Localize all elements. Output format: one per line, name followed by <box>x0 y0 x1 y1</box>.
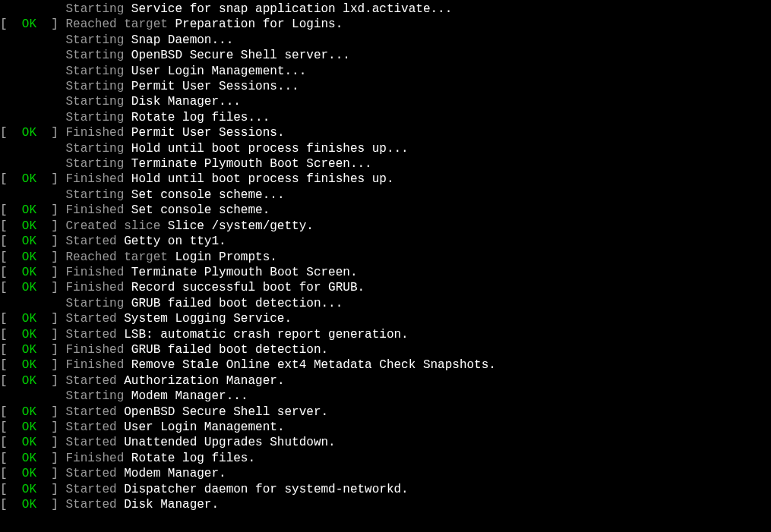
action-subject: Disk Manager <box>124 497 211 512</box>
action-verb: Started <box>65 466 124 481</box>
boot-line: [ OK ] Created slice Slice /system/getty… <box>0 219 771 234</box>
line-suffix: ... <box>219 94 241 109</box>
action-subject: Preparation for Logins <box>175 17 335 32</box>
action-subject: GRUB failed boot detection <box>131 342 321 357</box>
line-suffix: . <box>277 125 285 140</box>
status-prefix: [ OK ] <box>0 234 65 249</box>
action-subject: System Logging Service <box>124 311 284 326</box>
ok-status: OK <box>22 328 36 342</box>
status-prefix: [ OK ] <box>0 342 65 357</box>
action-subject: Permit User Sessions <box>131 79 277 94</box>
line-suffix: . <box>219 234 226 249</box>
status-prefix: [ OK ] <box>0 357 65 373</box>
line-suffix: . <box>270 250 277 265</box>
line-suffix: ... <box>284 64 306 79</box>
line-suffix: . <box>284 311 292 326</box>
action-subject: Terminate Plymouth Boot Screen <box>131 265 350 280</box>
boot-line: Starting Disk Manager... <box>0 94 771 109</box>
action-subject: Remove Stale Online ext4 Metadata Check … <box>131 357 488 373</box>
line-suffix: ... <box>263 187 285 203</box>
line-suffix: ... <box>277 79 299 94</box>
action-verb: Started <box>65 327 124 342</box>
status-prefix: [ OK ] <box>0 466 65 481</box>
line-suffix: . <box>488 357 496 373</box>
action-verb: Started <box>65 405 124 420</box>
boot-line: [ OK ] Started System Logging Service. <box>0 311 771 326</box>
status-prefix: [ OK ] <box>0 311 65 326</box>
action-verb: Started <box>65 311 124 326</box>
action-subject: Rotate log files <box>131 110 248 125</box>
line-suffix: ... <box>387 141 409 156</box>
boot-line: [ OK ] Started Disk Manager. <box>0 497 771 512</box>
status-prefix <box>0 296 65 311</box>
line-suffix: . <box>401 327 409 342</box>
status-prefix: [ OK ] <box>0 219 65 234</box>
line-suffix: . <box>358 280 365 295</box>
action-verb: Started <box>65 435 124 450</box>
boot-line: Starting Hold until boot process finishe… <box>0 141 771 156</box>
action-verb: Finished <box>65 265 131 280</box>
action-verb: Finished <box>65 357 131 373</box>
ok-status: OK <box>22 358 36 372</box>
line-suffix: . <box>321 342 328 357</box>
line-suffix: . <box>219 466 226 481</box>
action-subject: Modem Manager <box>131 389 226 404</box>
status-prefix: [ OK ] <box>0 203 65 218</box>
action-verb: Finished <box>65 203 131 218</box>
action-verb: Reached target <box>65 17 175 32</box>
action-subject: Login Prompts <box>175 250 270 265</box>
line-suffix: . <box>321 405 328 420</box>
ok-status: OK <box>22 17 36 31</box>
boot-line: [ OK ] Finished Record successful boot f… <box>0 280 771 295</box>
action-subject: Snap Daemon <box>131 33 212 48</box>
status-prefix <box>0 79 65 94</box>
status-prefix: [ OK ] <box>0 435 65 450</box>
boot-line: [ OK ] Finished Terminate Plymouth Boot … <box>0 265 771 280</box>
ok-status: OK <box>22 405 36 419</box>
action-verb: Starting <box>65 79 131 94</box>
line-suffix: ... <box>211 33 233 48</box>
status-prefix <box>0 33 65 48</box>
action-subject: Modem Manager <box>124 466 219 481</box>
action-subject: Authorization Manager <box>124 373 277 389</box>
boot-line: [ OK ] Started Authorization Manager. <box>0 373 771 389</box>
status-prefix: [ OK ] <box>0 451 65 466</box>
action-subject: OpenBSD Secure Shell server <box>124 405 321 420</box>
action-subject: Record successful boot for GRUB <box>131 280 358 295</box>
boot-line: Starting Permit User Sessions... <box>0 79 771 94</box>
action-subject: User Login Management <box>124 420 277 435</box>
status-prefix <box>0 156 65 172</box>
ok-status: OK <box>22 483 36 496</box>
ok-status: OK <box>22 498 36 512</box>
boot-log: Starting Service for snap application lx… <box>0 2 771 512</box>
boot-line: [ OK ] Started User Login Management. <box>0 420 771 435</box>
status-prefix: [ OK ] <box>0 172 65 187</box>
action-subject: Rotate log files <box>131 451 248 466</box>
status-prefix: [ OK ] <box>0 265 65 280</box>
line-suffix: . <box>387 172 394 187</box>
ok-status: OK <box>22 203 36 217</box>
action-verb: Starting <box>65 48 131 63</box>
boot-line: Starting Modem Manager... <box>0 389 771 404</box>
boot-line: [ OK ] Finished Remove Stale Online ext4… <box>0 357 771 373</box>
boot-line: Starting User Login Management... <box>0 64 771 79</box>
boot-line: [ OK ] Started Getty on tty1. <box>0 234 771 249</box>
ok-status: OK <box>22 250 36 264</box>
action-verb: Starting <box>65 296 131 311</box>
action-verb: Started <box>65 497 124 512</box>
line-suffix: . <box>401 482 409 497</box>
action-subject: Service for snap application lxd.activat… <box>131 2 431 17</box>
boot-line: [ OK ] Finished Hold until boot process … <box>0 172 771 187</box>
boot-line: Starting GRUB failed boot detection... <box>0 296 771 311</box>
action-subject: Disk Manager <box>131 94 219 109</box>
ok-status: OK <box>22 126 36 140</box>
action-verb: Started <box>65 373 124 389</box>
status-prefix: [ OK ] <box>0 125 65 140</box>
action-verb: Finished <box>65 172 131 187</box>
boot-line: [ OK ] Started LSB: automatic crash repo… <box>0 327 771 342</box>
action-subject: Set console scheme <box>131 203 263 218</box>
status-prefix <box>0 94 65 109</box>
action-verb: Starting <box>65 389 131 404</box>
status-prefix <box>0 64 65 79</box>
line-suffix: ... <box>431 2 453 17</box>
